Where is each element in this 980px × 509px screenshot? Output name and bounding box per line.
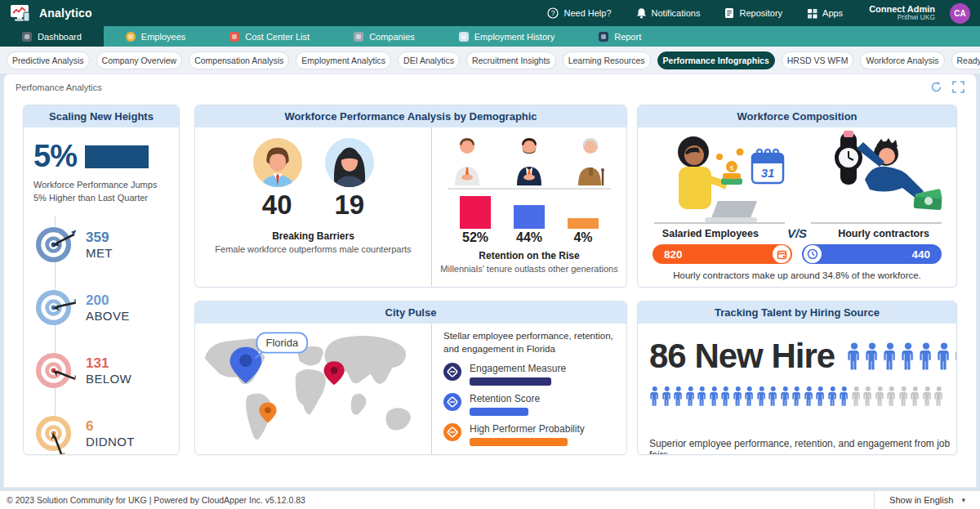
user-menu[interactable]: Connect Admin Prithwi UKG bbox=[869, 4, 935, 21]
right-caption: Millennials' tenure outlasts other gener… bbox=[440, 264, 617, 274]
dashboard-tab[interactable]: Learning Resources bbox=[563, 51, 651, 69]
dashboard-tab[interactable]: Employment Analytics bbox=[296, 51, 391, 69]
nav-item-label: Employees bbox=[141, 32, 185, 42]
app-logo-icon bbox=[10, 4, 31, 22]
left-caption: Female workforce outperforms male counte… bbox=[215, 244, 411, 254]
person-icon bbox=[697, 384, 708, 409]
nav-item[interactable]: Employment History bbox=[437, 26, 577, 47]
nav-item-label: Companies bbox=[369, 32, 415, 42]
nav-item[interactable]: Companies bbox=[332, 26, 437, 47]
metric-icon bbox=[443, 363, 461, 381]
target-value: 6 bbox=[86, 418, 135, 435]
person-icon bbox=[922, 384, 933, 409]
nav-item-icon bbox=[354, 32, 363, 42]
dashboard-tabs: Predictive Analysis Company Overview Com… bbox=[0, 47, 980, 74]
salaried-count-bar: 820 bbox=[653, 244, 792, 264]
metric-row: Engagement Measure bbox=[443, 363, 617, 386]
language-select[interactable]: Show in English ▾ bbox=[874, 491, 980, 509]
refresh-icon[interactable] bbox=[930, 81, 942, 93]
dashboard-tab[interactable]: Recruitment Insights bbox=[466, 51, 556, 69]
dashboard-tab[interactable]: Performance Infographics bbox=[657, 51, 775, 69]
target-icon bbox=[34, 413, 76, 454]
target-value: 131 bbox=[86, 355, 131, 372]
person-icon bbox=[898, 384, 910, 409]
notifications-button[interactable]: Notifications bbox=[636, 7, 701, 19]
tab-label: Compensation Analysis bbox=[194, 56, 283, 65]
nav-item[interactable]: Dashboard bbox=[0, 26, 104, 47]
tab-label: Employment Analytics bbox=[301, 56, 385, 65]
retention-percent: 4% bbox=[568, 230, 599, 245]
target-value: 200 bbox=[86, 292, 130, 309]
card-demographic: Workforce Performance Analysis by Demogr… bbox=[194, 105, 627, 288]
svg-text:?: ? bbox=[551, 9, 555, 17]
calendar-icon: 31 bbox=[752, 150, 783, 183]
retention-bars bbox=[460, 194, 599, 229]
avatar[interactable]: CA bbox=[950, 3, 970, 24]
retention-percent: 52% bbox=[460, 230, 491, 245]
help-icon: ? bbox=[547, 7, 559, 19]
apps-button[interactable]: Apps bbox=[807, 8, 843, 19]
dashboard-tab[interactable]: Predictive Analysis bbox=[7, 51, 90, 69]
nav-item-icon bbox=[459, 32, 469, 42]
person-icon bbox=[709, 384, 720, 409]
retention-bar-col bbox=[514, 205, 545, 229]
dashboard-tab[interactable]: DEI Analytics bbox=[398, 51, 460, 69]
nav-item[interactable]: Cost Center List bbox=[207, 26, 332, 47]
retention-percent: 44% bbox=[514, 230, 545, 245]
tab-label: DEI Analytics bbox=[403, 56, 454, 65]
composition-caption: Hourly contractors make up around 34.8% … bbox=[638, 270, 956, 280]
document-icon bbox=[724, 7, 734, 19]
card-title: Tracking Talent by Hiring Source bbox=[638, 301, 956, 324]
target-icon bbox=[34, 224, 76, 266]
repository-button[interactable]: Repository bbox=[724, 7, 782, 19]
salaried-employee-illustration: $ 31 bbox=[656, 131, 786, 222]
metric-label: Retention Score bbox=[470, 393, 540, 404]
retention-bar bbox=[514, 205, 545, 229]
dashboard-tab[interactable]: Workforce Analysis bbox=[860, 51, 944, 69]
user-org: Prithwi UKG bbox=[869, 14, 935, 21]
tab-label: HRSD VS WFM bbox=[787, 56, 849, 65]
hourly-label: Hourly contractors bbox=[818, 228, 949, 239]
metric-bar bbox=[470, 377, 551, 386]
performance-caption: Workforce Performance Jumps 5% Higher th… bbox=[24, 176, 179, 205]
tab-label: Learning Resources bbox=[568, 56, 645, 65]
person-icon bbox=[673, 384, 684, 409]
card-title: Workforce Performance Analysis by Demogr… bbox=[195, 105, 626, 127]
person-icon bbox=[744, 384, 755, 409]
dashboard-tab[interactable]: Ready Workforce bbox=[951, 51, 980, 69]
fullscreen-icon[interactable] bbox=[952, 81, 964, 93]
apps-grid-icon bbox=[807, 8, 817, 19]
person-icon bbox=[875, 384, 886, 409]
nav-item[interactable]: Employees bbox=[104, 26, 207, 47]
person-icon bbox=[791, 384, 803, 409]
male-count: 40 bbox=[262, 190, 292, 221]
right-heading: Retention on the Rise bbox=[479, 250, 579, 261]
target-row: 200 ABOVE bbox=[24, 276, 179, 339]
metric-icon bbox=[443, 423, 461, 441]
city-metrics: Engagement Measure Retention Score bbox=[443, 363, 617, 446]
target-row: 359 MET bbox=[24, 213, 179, 276]
caret-down-icon: ▾ bbox=[961, 496, 965, 504]
hourly-count-bar: 440 bbox=[802, 244, 942, 264]
dashboard-tab[interactable]: Compensation Analysis bbox=[189, 51, 289, 69]
tab-label: Workforce Analysis bbox=[866, 56, 938, 65]
need-help-button[interactable]: ? Need Help? bbox=[547, 7, 611, 19]
target-list: 359 MET 2 bbox=[24, 213, 179, 455]
performance-percent: 5% bbox=[33, 139, 77, 174]
retention-bar-col bbox=[460, 196, 491, 229]
nav-item-label: Report bbox=[614, 32, 641, 42]
person-icon bbox=[910, 384, 921, 409]
person-icon bbox=[864, 342, 880, 370]
nav-item[interactable]: Report bbox=[577, 26, 663, 47]
target-label: ABOVE bbox=[86, 309, 130, 323]
dashboard-tab[interactable]: Company Overview bbox=[96, 51, 183, 69]
dashboard-tab[interactable]: HRSD VS WFM bbox=[782, 51, 854, 69]
metric-icon bbox=[443, 393, 461, 411]
footer: © 2023 Solution Community for UKG | Powe… bbox=[0, 490, 980, 509]
new-hire-pictogram-row-1 bbox=[846, 342, 957, 370]
calendar-badge-icon bbox=[773, 245, 791, 263]
world-map: Florida bbox=[195, 324, 432, 455]
person-icon bbox=[918, 342, 934, 370]
watch-icon bbox=[835, 131, 862, 185]
person-icon bbox=[886, 384, 898, 409]
